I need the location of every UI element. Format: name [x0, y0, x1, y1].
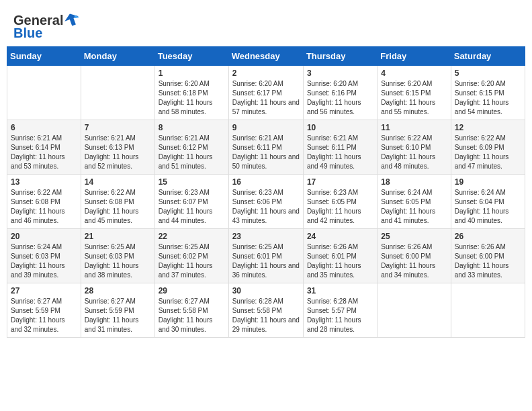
calendar-cell: 7Sunrise: 6:21 AM Sunset: 6:13 PM Daylig… — [81, 120, 154, 175]
calendar-week-row: 1Sunrise: 6:20 AM Sunset: 6:18 PM Daylig… — [7, 66, 525, 120]
day-number: 3 — [307, 68, 373, 78]
day-number: 9 — [232, 123, 300, 132]
day-info: Sunrise: 6:23 AM Sunset: 6:07 PM Dayligh… — [159, 188, 225, 226]
calendar-day-header: Thursday — [303, 47, 377, 66]
calendar-cell: 21Sunrise: 6:25 AM Sunset: 6:03 PM Dayli… — [81, 229, 154, 283]
calendar-day-header: Saturday — [451, 47, 525, 66]
day-info: Sunrise: 6:26 AM Sunset: 6:00 PM Dayligh… — [381, 242, 447, 280]
day-info: Sunrise: 6:27 AM Sunset: 5:59 PM Dayligh… — [11, 297, 77, 334]
day-number: 2 — [232, 68, 300, 78]
calendar-table: SundayMondayTuesdayWednesdayThursdayFrid… — [7, 46, 525, 338]
calendar-cell: 13Sunrise: 6:22 AM Sunset: 6:08 PM Dayli… — [7, 175, 81, 229]
day-number: 28 — [85, 286, 151, 295]
calendar-cell: 5Sunrise: 6:20 AM Sunset: 6:15 PM Daylig… — [451, 66, 525, 120]
calendar-week-row: 13Sunrise: 6:22 AM Sunset: 6:08 PM Dayli… — [7, 175, 525, 229]
calendar-header-row: SundayMondayTuesdayWednesdayThursdayFrid… — [7, 47, 525, 66]
day-number: 26 — [455, 232, 521, 241]
day-info: Sunrise: 6:28 AM Sunset: 5:58 PM Dayligh… — [232, 297, 300, 334]
calendar-cell — [451, 283, 525, 338]
calendar-cell: 4Sunrise: 6:20 AM Sunset: 6:15 PM Daylig… — [378, 66, 451, 120]
calendar-cell: 10Sunrise: 6:21 AM Sunset: 6:11 PM Dayli… — [303, 120, 377, 175]
day-info: Sunrise: 6:20 AM Sunset: 6:18 PM Dayligh… — [159, 79, 225, 117]
day-info: Sunrise: 6:20 AM Sunset: 6:15 PM Dayligh… — [381, 79, 447, 117]
calendar-cell: 2Sunrise: 6:20 AM Sunset: 6:17 PM Daylig… — [228, 66, 303, 120]
day-info: Sunrise: 6:25 AM Sunset: 6:03 PM Dayligh… — [85, 242, 151, 280]
day-info: Sunrise: 6:27 AM Sunset: 5:59 PM Dayligh… — [85, 297, 151, 334]
day-number: 15 — [159, 177, 225, 187]
day-number: 21 — [85, 232, 151, 241]
day-info: Sunrise: 6:22 AM Sunset: 6:08 PM Dayligh… — [85, 188, 151, 226]
day-info: Sunrise: 6:20 AM Sunset: 6:16 PM Dayligh… — [307, 79, 373, 117]
calendar-cell: 20Sunrise: 6:24 AM Sunset: 6:03 PM Dayli… — [7, 229, 81, 283]
svg-marker-0 — [64, 12, 79, 27]
day-info: Sunrise: 6:21 AM Sunset: 6:11 PM Dayligh… — [232, 134, 300, 171]
day-info: Sunrise: 6:25 AM Sunset: 6:02 PM Dayligh… — [159, 242, 225, 280]
day-info: Sunrise: 6:27 AM Sunset: 5:58 PM Dayligh… — [159, 297, 225, 334]
calendar-cell: 11Sunrise: 6:22 AM Sunset: 6:10 PM Dayli… — [378, 120, 451, 175]
calendar-cell: 24Sunrise: 6:26 AM Sunset: 6:01 PM Dayli… — [303, 229, 377, 283]
day-info: Sunrise: 6:25 AM Sunset: 6:01 PM Dayligh… — [232, 242, 300, 280]
day-info: Sunrise: 6:26 AM Sunset: 6:01 PM Dayligh… — [307, 242, 373, 280]
calendar-cell — [81, 66, 154, 120]
day-number: 8 — [159, 123, 225, 132]
calendar-cell: 25Sunrise: 6:26 AM Sunset: 6:00 PM Dayli… — [378, 229, 451, 283]
calendar-cell: 9Sunrise: 6:21 AM Sunset: 6:11 PM Daylig… — [228, 120, 303, 175]
calendar-cell: 27Sunrise: 6:27 AM Sunset: 5:59 PM Dayli… — [7, 283, 81, 338]
day-number: 1 — [159, 68, 225, 78]
calendar-cell: 31Sunrise: 6:28 AM Sunset: 5:57 PM Dayli… — [303, 283, 377, 338]
day-info: Sunrise: 6:24 AM Sunset: 6:05 PM Dayligh… — [381, 188, 447, 226]
calendar-cell: 3Sunrise: 6:20 AM Sunset: 6:16 PM Daylig… — [303, 66, 377, 120]
day-number: 31 — [307, 286, 373, 295]
day-info: Sunrise: 6:24 AM Sunset: 6:03 PM Dayligh… — [11, 242, 77, 280]
day-number: 13 — [11, 177, 77, 187]
day-number: 27 — [11, 286, 77, 295]
logo: General Blue — [13, 12, 79, 41]
calendar-cell: 30Sunrise: 6:28 AM Sunset: 5:58 PM Dayli… — [228, 283, 303, 338]
calendar-cell: 14Sunrise: 6:22 AM Sunset: 6:08 PM Dayli… — [81, 175, 154, 229]
day-info: Sunrise: 6:21 AM Sunset: 6:11 PM Dayligh… — [307, 134, 373, 171]
page-header: General Blue — [7, 7, 525, 41]
calendar-day-header: Tuesday — [154, 47, 228, 66]
day-number: 6 — [11, 123, 77, 132]
day-number: 24 — [307, 232, 373, 241]
day-number: 19 — [455, 177, 521, 187]
day-info: Sunrise: 6:21 AM Sunset: 6:12 PM Dayligh… — [159, 134, 225, 171]
day-number: 16 — [232, 177, 300, 187]
calendar-week-row: 6Sunrise: 6:21 AM Sunset: 6:14 PM Daylig… — [7, 120, 525, 175]
calendar-cell — [378, 283, 451, 338]
calendar-cell: 23Sunrise: 6:25 AM Sunset: 6:01 PM Dayli… — [228, 229, 303, 283]
day-number: 12 — [455, 123, 521, 132]
calendar-day-header: Sunday — [7, 47, 81, 66]
calendar-cell — [7, 66, 81, 120]
day-info: Sunrise: 6:26 AM Sunset: 6:00 PM Dayligh… — [455, 242, 521, 280]
day-number: 10 — [307, 123, 373, 132]
day-number: 17 — [307, 177, 373, 187]
calendar-cell: 29Sunrise: 6:27 AM Sunset: 5:58 PM Dayli… — [154, 283, 228, 338]
calendar-day-header: Friday — [378, 47, 451, 66]
day-info: Sunrise: 6:24 AM Sunset: 6:04 PM Dayligh… — [455, 188, 521, 226]
day-number: 14 — [85, 177, 151, 187]
logo-bird-icon — [64, 12, 79, 27]
calendar-cell: 12Sunrise: 6:22 AM Sunset: 6:09 PM Dayli… — [451, 120, 525, 175]
day-number: 30 — [232, 286, 300, 295]
day-info: Sunrise: 6:28 AM Sunset: 5:57 PM Dayligh… — [307, 297, 373, 334]
day-info: Sunrise: 6:21 AM Sunset: 6:13 PM Dayligh… — [85, 134, 151, 171]
calendar-cell: 6Sunrise: 6:21 AM Sunset: 6:14 PM Daylig… — [7, 120, 81, 175]
day-number: 18 — [381, 177, 447, 187]
day-info: Sunrise: 6:22 AM Sunset: 6:10 PM Dayligh… — [381, 134, 447, 171]
calendar-day-header: Monday — [81, 47, 154, 66]
calendar-cell: 15Sunrise: 6:23 AM Sunset: 6:07 PM Dayli… — [154, 175, 228, 229]
calendar-cell: 19Sunrise: 6:24 AM Sunset: 6:04 PM Dayli… — [451, 175, 525, 229]
calendar-cell: 17Sunrise: 6:23 AM Sunset: 6:05 PM Dayli… — [303, 175, 377, 229]
day-number: 25 — [381, 232, 447, 241]
calendar-week-row: 20Sunrise: 6:24 AM Sunset: 6:03 PM Dayli… — [7, 229, 525, 283]
calendar-cell: 28Sunrise: 6:27 AM Sunset: 5:59 PM Dayli… — [81, 283, 154, 338]
day-info: Sunrise: 6:20 AM Sunset: 6:15 PM Dayligh… — [455, 79, 521, 117]
day-number: 29 — [159, 286, 225, 295]
day-info: Sunrise: 6:20 AM Sunset: 6:17 PM Dayligh… — [232, 79, 300, 117]
day-info: Sunrise: 6:23 AM Sunset: 6:06 PM Dayligh… — [232, 188, 300, 226]
day-number: 22 — [159, 232, 225, 241]
calendar-cell: 26Sunrise: 6:26 AM Sunset: 6:00 PM Dayli… — [451, 229, 525, 283]
day-info: Sunrise: 6:21 AM Sunset: 6:14 PM Dayligh… — [11, 134, 77, 171]
calendar-day-header: Wednesday — [228, 47, 303, 66]
